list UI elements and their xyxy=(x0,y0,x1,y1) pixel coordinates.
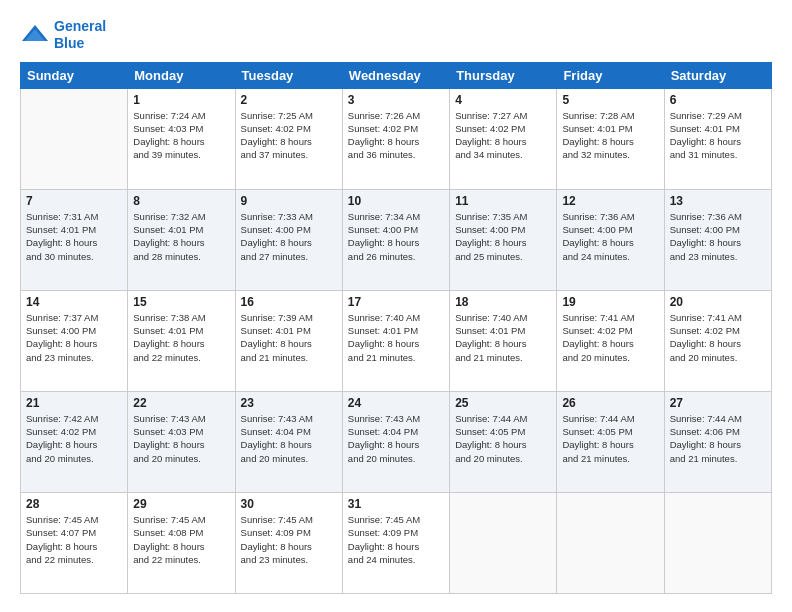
logo: General Blue xyxy=(20,18,106,52)
table-row: 16Sunrise: 7:39 AM Sunset: 4:01 PM Dayli… xyxy=(235,290,342,391)
calendar-table: Sunday Monday Tuesday Wednesday Thursday… xyxy=(20,62,772,594)
table-row: 24Sunrise: 7:43 AM Sunset: 4:04 PM Dayli… xyxy=(342,391,449,492)
day-number: 10 xyxy=(348,194,444,208)
table-row: 20Sunrise: 7:41 AM Sunset: 4:02 PM Dayli… xyxy=(664,290,771,391)
day-info: Sunrise: 7:36 AM Sunset: 4:00 PM Dayligh… xyxy=(670,210,766,263)
day-info: Sunrise: 7:43 AM Sunset: 4:04 PM Dayligh… xyxy=(241,412,337,465)
day-info: Sunrise: 7:34 AM Sunset: 4:00 PM Dayligh… xyxy=(348,210,444,263)
table-row: 10Sunrise: 7:34 AM Sunset: 4:00 PM Dayli… xyxy=(342,189,449,290)
day-info: Sunrise: 7:45 AM Sunset: 4:08 PM Dayligh… xyxy=(133,513,229,566)
day-number: 25 xyxy=(455,396,551,410)
table-row xyxy=(21,88,128,189)
day-number: 11 xyxy=(455,194,551,208)
table-row: 23Sunrise: 7:43 AM Sunset: 4:04 PM Dayli… xyxy=(235,391,342,492)
day-number: 31 xyxy=(348,497,444,511)
table-row: 4Sunrise: 7:27 AM Sunset: 4:02 PM Daylig… xyxy=(450,88,557,189)
table-row: 28Sunrise: 7:45 AM Sunset: 4:07 PM Dayli… xyxy=(21,492,128,593)
day-info: Sunrise: 7:45 AM Sunset: 4:09 PM Dayligh… xyxy=(348,513,444,566)
table-row: 26Sunrise: 7:44 AM Sunset: 4:05 PM Dayli… xyxy=(557,391,664,492)
day-number: 3 xyxy=(348,93,444,107)
day-info: Sunrise: 7:45 AM Sunset: 4:07 PM Dayligh… xyxy=(26,513,122,566)
day-info: Sunrise: 7:27 AM Sunset: 4:02 PM Dayligh… xyxy=(455,109,551,162)
table-row: 5Sunrise: 7:28 AM Sunset: 4:01 PM Daylig… xyxy=(557,88,664,189)
table-row: 30Sunrise: 7:45 AM Sunset: 4:09 PM Dayli… xyxy=(235,492,342,593)
day-number: 24 xyxy=(348,396,444,410)
logo-icon xyxy=(20,23,50,47)
day-number: 14 xyxy=(26,295,122,309)
day-info: Sunrise: 7:31 AM Sunset: 4:01 PM Dayligh… xyxy=(26,210,122,263)
day-number: 12 xyxy=(562,194,658,208)
table-row: 19Sunrise: 7:41 AM Sunset: 4:02 PM Dayli… xyxy=(557,290,664,391)
day-info: Sunrise: 7:40 AM Sunset: 4:01 PM Dayligh… xyxy=(348,311,444,364)
table-row: 21Sunrise: 7:42 AM Sunset: 4:02 PM Dayli… xyxy=(21,391,128,492)
day-number: 4 xyxy=(455,93,551,107)
day-number: 19 xyxy=(562,295,658,309)
day-number: 1 xyxy=(133,93,229,107)
day-info: Sunrise: 7:35 AM Sunset: 4:00 PM Dayligh… xyxy=(455,210,551,263)
table-row: 3Sunrise: 7:26 AM Sunset: 4:02 PM Daylig… xyxy=(342,88,449,189)
table-row: 13Sunrise: 7:36 AM Sunset: 4:00 PM Dayli… xyxy=(664,189,771,290)
day-number: 7 xyxy=(26,194,122,208)
day-number: 17 xyxy=(348,295,444,309)
table-row: 1Sunrise: 7:24 AM Sunset: 4:03 PM Daylig… xyxy=(128,88,235,189)
table-row: 31Sunrise: 7:45 AM Sunset: 4:09 PM Dayli… xyxy=(342,492,449,593)
day-number: 16 xyxy=(241,295,337,309)
table-row: 22Sunrise: 7:43 AM Sunset: 4:03 PM Dayli… xyxy=(128,391,235,492)
day-number: 22 xyxy=(133,396,229,410)
day-info: Sunrise: 7:25 AM Sunset: 4:02 PM Dayligh… xyxy=(241,109,337,162)
calendar-week-row: 1Sunrise: 7:24 AM Sunset: 4:03 PM Daylig… xyxy=(21,88,772,189)
page: General Blue Sunday Monday Tuesday Wedne… xyxy=(0,0,792,612)
table-row: 7Sunrise: 7:31 AM Sunset: 4:01 PM Daylig… xyxy=(21,189,128,290)
calendar-week-row: 7Sunrise: 7:31 AM Sunset: 4:01 PM Daylig… xyxy=(21,189,772,290)
day-info: Sunrise: 7:32 AM Sunset: 4:01 PM Dayligh… xyxy=(133,210,229,263)
day-number: 18 xyxy=(455,295,551,309)
header-sunday: Sunday xyxy=(21,62,128,88)
table-row: 6Sunrise: 7:29 AM Sunset: 4:01 PM Daylig… xyxy=(664,88,771,189)
calendar-week-row: 28Sunrise: 7:45 AM Sunset: 4:07 PM Dayli… xyxy=(21,492,772,593)
day-number: 29 xyxy=(133,497,229,511)
table-row: 2Sunrise: 7:25 AM Sunset: 4:02 PM Daylig… xyxy=(235,88,342,189)
day-number: 15 xyxy=(133,295,229,309)
day-number: 30 xyxy=(241,497,337,511)
day-info: Sunrise: 7:43 AM Sunset: 4:04 PM Dayligh… xyxy=(348,412,444,465)
day-number: 8 xyxy=(133,194,229,208)
day-info: Sunrise: 7:26 AM Sunset: 4:02 PM Dayligh… xyxy=(348,109,444,162)
day-number: 13 xyxy=(670,194,766,208)
day-info: Sunrise: 7:43 AM Sunset: 4:03 PM Dayligh… xyxy=(133,412,229,465)
header-tuesday: Tuesday xyxy=(235,62,342,88)
calendar-week-row: 21Sunrise: 7:42 AM Sunset: 4:02 PM Dayli… xyxy=(21,391,772,492)
day-info: Sunrise: 7:36 AM Sunset: 4:00 PM Dayligh… xyxy=(562,210,658,263)
table-row: 17Sunrise: 7:40 AM Sunset: 4:01 PM Dayli… xyxy=(342,290,449,391)
day-info: Sunrise: 7:44 AM Sunset: 4:05 PM Dayligh… xyxy=(455,412,551,465)
day-number: 21 xyxy=(26,396,122,410)
header: General Blue xyxy=(20,18,772,52)
logo-text: General Blue xyxy=(54,18,106,52)
day-info: Sunrise: 7:42 AM Sunset: 4:02 PM Dayligh… xyxy=(26,412,122,465)
table-row: 8Sunrise: 7:32 AM Sunset: 4:01 PM Daylig… xyxy=(128,189,235,290)
table-row: 12Sunrise: 7:36 AM Sunset: 4:00 PM Dayli… xyxy=(557,189,664,290)
day-number: 5 xyxy=(562,93,658,107)
day-number: 26 xyxy=(562,396,658,410)
table-row: 11Sunrise: 7:35 AM Sunset: 4:00 PM Dayli… xyxy=(450,189,557,290)
table-row: 29Sunrise: 7:45 AM Sunset: 4:08 PM Dayli… xyxy=(128,492,235,593)
day-info: Sunrise: 7:45 AM Sunset: 4:09 PM Dayligh… xyxy=(241,513,337,566)
day-number: 23 xyxy=(241,396,337,410)
header-saturday: Saturday xyxy=(664,62,771,88)
day-info: Sunrise: 7:37 AM Sunset: 4:00 PM Dayligh… xyxy=(26,311,122,364)
table-row xyxy=(557,492,664,593)
header-monday: Monday xyxy=(128,62,235,88)
calendar-week-row: 14Sunrise: 7:37 AM Sunset: 4:00 PM Dayli… xyxy=(21,290,772,391)
table-row: 27Sunrise: 7:44 AM Sunset: 4:06 PM Dayli… xyxy=(664,391,771,492)
day-info: Sunrise: 7:41 AM Sunset: 4:02 PM Dayligh… xyxy=(670,311,766,364)
day-info: Sunrise: 7:29 AM Sunset: 4:01 PM Dayligh… xyxy=(670,109,766,162)
table-row xyxy=(450,492,557,593)
table-row xyxy=(664,492,771,593)
day-info: Sunrise: 7:44 AM Sunset: 4:05 PM Dayligh… xyxy=(562,412,658,465)
table-row: 9Sunrise: 7:33 AM Sunset: 4:00 PM Daylig… xyxy=(235,189,342,290)
day-info: Sunrise: 7:39 AM Sunset: 4:01 PM Dayligh… xyxy=(241,311,337,364)
day-number: 27 xyxy=(670,396,766,410)
day-info: Sunrise: 7:44 AM Sunset: 4:06 PM Dayligh… xyxy=(670,412,766,465)
day-info: Sunrise: 7:28 AM Sunset: 4:01 PM Dayligh… xyxy=(562,109,658,162)
day-number: 9 xyxy=(241,194,337,208)
day-number: 28 xyxy=(26,497,122,511)
